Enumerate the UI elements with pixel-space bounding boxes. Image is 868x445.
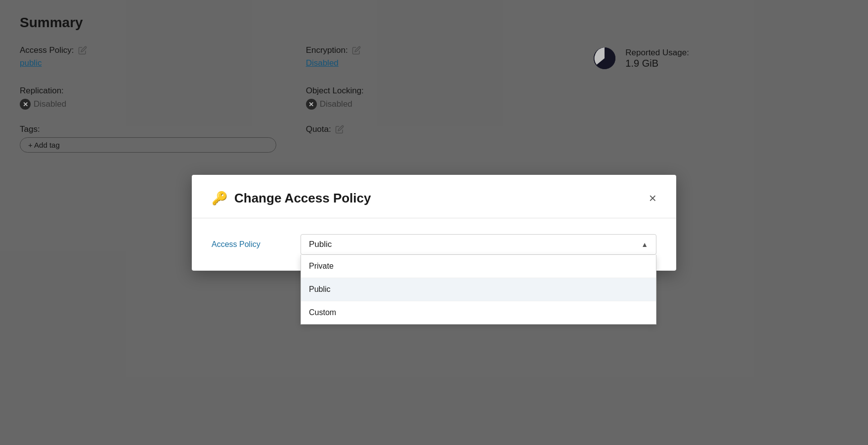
modal-header: 🔑 Change Access Policy × xyxy=(192,175,676,218)
key-icon: 🔑 xyxy=(212,191,227,206)
change-access-policy-modal: 🔑 Change Access Policy × Access Policy P… xyxy=(192,175,676,271)
dropdown-option-private[interactable]: Private xyxy=(301,255,656,278)
dropdown-arrow-icon: ▲ xyxy=(641,241,648,248)
dropdown-selected-value[interactable]: Public ▲ xyxy=(301,234,656,255)
access-policy-dropdown[interactable]: Public ▲ Private Public Custom xyxy=(301,234,656,255)
modal-overlay: 🔑 Change Access Policy × Access Policy P… xyxy=(0,0,868,445)
close-button[interactable]: × xyxy=(649,192,656,204)
access-policy-form-label: Access Policy xyxy=(212,234,281,249)
dropdown-option-custom[interactable]: Custom xyxy=(301,301,656,324)
dropdown-options-list: Private Public Custom xyxy=(301,255,656,324)
dropdown-option-public[interactable]: Public xyxy=(301,278,656,301)
modal-title: Change Access Policy xyxy=(234,191,371,206)
modal-body: Access Policy Public ▲ Private Public Cu… xyxy=(192,218,676,271)
modal-title-row: 🔑 Change Access Policy xyxy=(212,191,371,206)
form-row: Access Policy Public ▲ Private Public Cu… xyxy=(212,234,656,255)
